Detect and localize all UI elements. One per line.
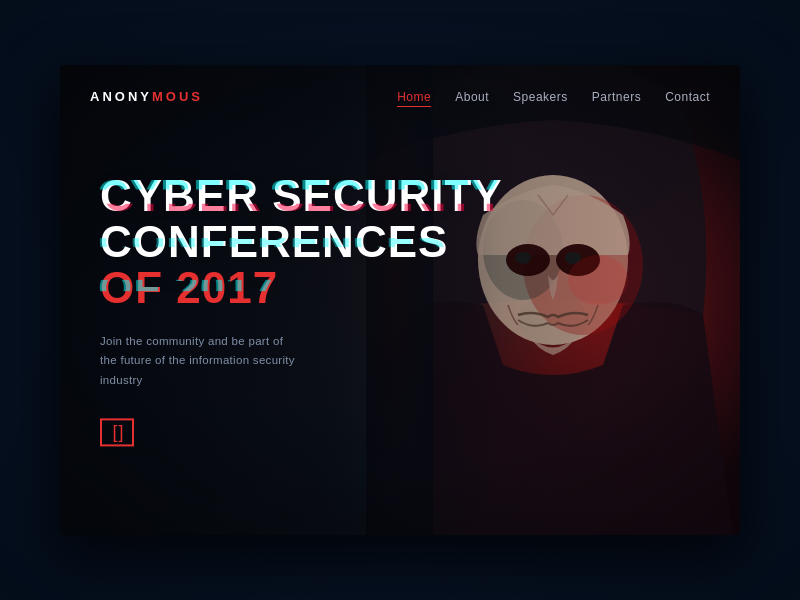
hero-title: CYBER SECURITY CONFERENCES OF 2017 xyxy=(100,173,503,312)
nav-link-speakers[interactable]: Speakers xyxy=(513,90,568,104)
nav-item-speakers[interactable]: Speakers xyxy=(513,87,568,105)
nav-link-home[interactable]: Home xyxy=(397,90,431,107)
logo-part1: ANONY xyxy=(90,89,152,104)
navbar: ANONYMOUS Home About Speakers Partners C… xyxy=(60,65,740,127)
main-card: ANONYMOUS Home About Speakers Partners C… xyxy=(60,65,740,535)
nav-link-about[interactable]: About xyxy=(455,90,489,104)
nav-item-contact[interactable]: Contact xyxy=(665,87,710,105)
outer-background: ANONYMOUS Home About Speakers Partners C… xyxy=(0,0,800,600)
title-line1: CYBER SECURITY xyxy=(100,173,503,219)
nav-link-contact[interactable]: Contact xyxy=(665,90,710,104)
title-line3: OF 2017 xyxy=(100,266,503,312)
nav-links: Home About Speakers Partners Contact xyxy=(397,87,710,105)
bracket-button[interactable]: [ ] xyxy=(100,419,134,447)
nav-item-about[interactable]: About xyxy=(455,87,489,105)
nav-item-partners[interactable]: Partners xyxy=(592,87,641,105)
hero-content: CYBER SECURITY CONFERENCES OF 2017 Join … xyxy=(60,173,543,446)
nav-link-partners[interactable]: Partners xyxy=(592,90,641,104)
logo-part2: MOUS xyxy=(152,89,203,104)
title-line2: CONFERENCES xyxy=(100,220,503,266)
nav-item-home[interactable]: Home xyxy=(397,87,431,105)
hero-subtitle: Join the community and be part of the fu… xyxy=(100,332,300,391)
logo: ANONYMOUS xyxy=(90,89,203,104)
